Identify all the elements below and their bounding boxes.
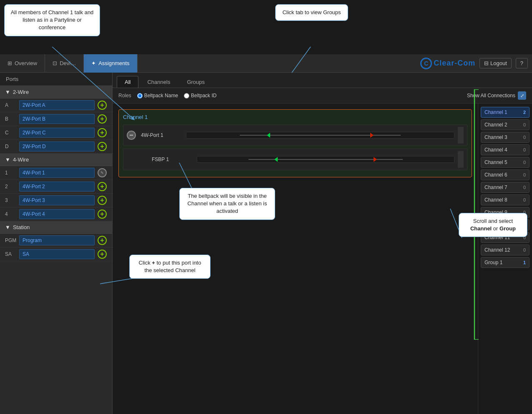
add-port-4-button[interactable]: + [97, 209, 107, 219]
port-input-1[interactable] [19, 168, 95, 178]
port-input-B[interactable] [19, 114, 95, 124]
channel-label-2: Channel 3 [484, 134, 507, 140]
plus-circle-pgm: + [98, 236, 107, 245]
clearcom-c-icon: C [420, 58, 432, 69]
port-input-2[interactable] [19, 182, 95, 192]
right-channel-panel: Channel 12Channel 20Channel 30Channel 40… [478, 104, 532, 414]
callout-top-right: Click tab to view Groups [275, 4, 348, 21]
channel-item-11[interactable]: Channel 120 [481, 245, 529, 255]
channel-label-4: Channel 5 [484, 159, 507, 165]
group-4wire-header[interactable]: ▼ 4-Wire [0, 154, 112, 166]
port-input-A[interactable] [19, 100, 95, 110]
radio-beltpack-id[interactable]: Beltpack ID [184, 93, 216, 98]
port-scroll-2 [458, 151, 464, 168]
listen-arrow-2 [274, 157, 278, 162]
clearcom-logo: C Clear-Com [420, 58, 475, 69]
port-input-3[interactable] [19, 195, 95, 205]
channel-count-1: 0 [519, 122, 526, 127]
edit-port-1-button[interactable]: ✎ [97, 168, 107, 178]
content-tabs: All Channels Groups [113, 73, 532, 88]
channel-count-12: 1 [519, 260, 526, 265]
channel-item-5[interactable]: Channel 60 [481, 169, 529, 180]
sidebar: Ports ▼ 2-Wire A + B + C [0, 73, 113, 414]
add-port-2-button[interactable]: + [97, 182, 107, 192]
channel-label-0: Channel 1 [484, 109, 507, 115]
show-connections-icon: ⤢ [518, 91, 526, 100]
channel-item-1[interactable]: Channel 20 [481, 119, 529, 130]
radio-beltpack-name[interactable]: Beltpack Name [137, 93, 178, 98]
talk-arrow-2 [374, 157, 377, 162]
group-2wire-header[interactable]: ▼ 2-Wire [0, 86, 112, 98]
logout-button[interactable]: ⊟ Logout [479, 58, 511, 68]
channel-item-0[interactable]: Channel 12 [481, 107, 529, 118]
channel-block: Channel 1 − 4W-Port 1 [118, 109, 472, 177]
port-input-C[interactable] [19, 128, 95, 138]
channel-label-5: Channel 6 [484, 172, 507, 178]
group-station-header[interactable]: ▼ Station [0, 221, 112, 234]
port-input-4[interactable] [19, 209, 95, 219]
help-button[interactable]: ? [516, 58, 528, 68]
nav-tab-assignments[interactable]: ✦ Assignments [84, 54, 137, 73]
channel-item-2[interactable]: Channel 30 [481, 132, 529, 143]
main-area: Ports ▼ 2-Wire A + B + C [0, 73, 532, 414]
channel-count-4: 0 [519, 160, 526, 165]
content-toolbar: Roles Beltpack Name Beltpack ID Show All… [113, 88, 532, 104]
plus-circle-B: + [98, 114, 107, 124]
channel-count-6: 0 [519, 185, 526, 190]
channel-port-row-1: − 4W-Port 1 [123, 124, 467, 146]
bar-line-2 [248, 159, 403, 160]
port-scroll-1 [458, 127, 464, 144]
nav-tab-overview[interactable]: ⊞ Overview [0, 54, 45, 73]
channel-item-7[interactable]: Channel 80 [481, 194, 529, 205]
plus-strong: + [152, 260, 155, 266]
port-row-D: D + [0, 140, 112, 154]
port-input-sa[interactable] [19, 249, 95, 259]
tab-channels[interactable]: Channels [139, 76, 178, 88]
add-port-3-button[interactable]: + [97, 195, 107, 205]
add-port-D-button[interactable]: + [97, 141, 107, 151]
sidebar-header: Ports [0, 73, 112, 86]
nav-tab-devices[interactable]: ⊡ Devi… [45, 54, 84, 73]
port-input-D[interactable] [19, 141, 95, 151]
add-port-C-button[interactable]: + [97, 128, 107, 138]
add-port-pgm-button[interactable]: + [97, 235, 107, 245]
plus-circle-sa: + [98, 250, 107, 259]
tab-groups[interactable]: Groups [179, 76, 213, 88]
show-all-connections-button[interactable]: Show All Connections ⤢ [467, 91, 526, 100]
channel-port-row-2: FSBP 1 [123, 149, 467, 170]
port-row-2: 2 + [0, 180, 112, 194]
callout-top-left: All members of Channel 1 talk and listen… [4, 4, 100, 36]
channel-strong: Channel [470, 225, 492, 232]
port-row-4: 4 + [0, 207, 112, 221]
group-2wire-ports: A + B + C + D [0, 98, 112, 154]
channel-count-7: 0 [519, 197, 526, 202]
channel-item-12[interactable]: Group 11 [481, 257, 529, 268]
port-row-pgm: PGM + [0, 234, 112, 247]
content-area: All Channels Groups Roles Beltpack Name … [113, 73, 532, 414]
chevron-down-icon: ▼ [5, 89, 10, 95]
channel-count-5: 0 [519, 172, 526, 177]
add-port-sa-button[interactable]: + [97, 249, 107, 259]
add-port-A-button[interactable]: + [97, 100, 107, 110]
navbar: ⊞ Overview ⊡ Devi… ✦ Assignments C Clear… [0, 54, 532, 73]
add-port-B-button[interactable]: + [97, 114, 107, 124]
port-row-3: 3 + [0, 194, 112, 207]
channel-item-4[interactable]: Channel 50 [481, 157, 529, 168]
plus-circle-2: + [98, 182, 107, 191]
channel-item-3[interactable]: Channel 40 [481, 144, 529, 155]
channel-label-7: Channel 8 [484, 197, 507, 203]
callout-right: Scroll and select Channel or Group [459, 213, 527, 237]
plus-circle-A: + [98, 101, 107, 110]
edit-circle-1: ✎ [98, 168, 107, 177]
port-row-C: C + [0, 126, 112, 140]
channel-item-6[interactable]: Channel 70 [481, 182, 529, 193]
callout-middle: The beltpack will be visible in the Chan… [179, 188, 275, 220]
talk-arrow-1 [370, 133, 374, 138]
port-row-sa: SA + [0, 247, 112, 261]
group-station-ports: PGM + SA + [0, 234, 112, 261]
bar-line-1 [240, 135, 400, 136]
minus-button-4wport1[interactable]: − [127, 131, 136, 140]
tab-all[interactable]: All [117, 76, 138, 88]
port-input-pgm[interactable] [19, 235, 95, 245]
channel-count-2: 0 [519, 135, 526, 140]
